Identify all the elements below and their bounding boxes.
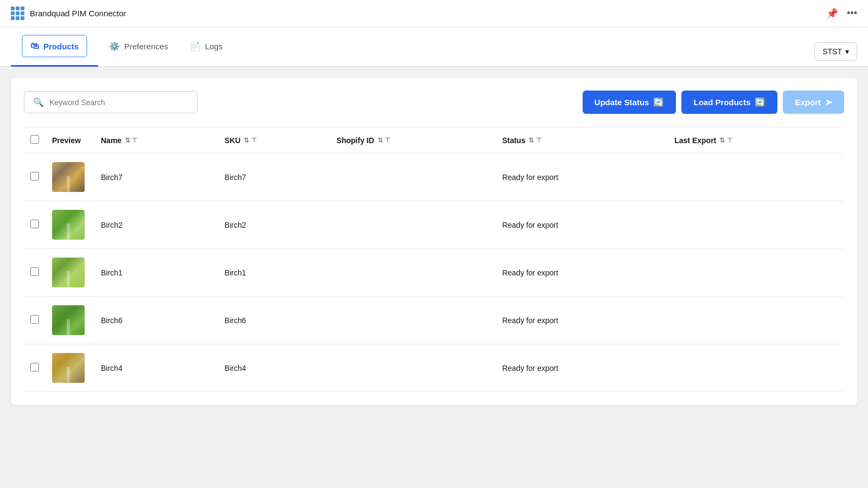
row-last-export xyxy=(668,201,844,249)
row-status: Ready for export xyxy=(496,249,668,297)
toolbar: 🔍 Update Status 🔄 Load Products 🔄 Export… xyxy=(24,91,844,114)
row-checkbox-cell xyxy=(24,297,46,344)
select-all-cell xyxy=(24,127,46,153)
update-status-button[interactable]: Update Status 🔄 xyxy=(583,91,676,114)
row-name: Birch6 xyxy=(94,297,218,344)
row-shopify-id xyxy=(330,344,495,392)
row-preview-cell xyxy=(46,297,94,344)
nav-tabs: 🛍 Products ⚙️ Preferences 📄 Logs xyxy=(11,27,233,66)
row-status: Ready for export xyxy=(496,201,668,249)
row-status: Ready for export xyxy=(496,297,668,344)
row-shopify-id xyxy=(330,201,495,249)
row-checkbox-cell xyxy=(24,201,46,249)
row-name: Birch4 xyxy=(94,344,218,392)
status-sort-filter[interactable]: ⇅ ⊤ xyxy=(528,137,541,144)
row-checkbox-cell xyxy=(24,249,46,297)
table-row: Birch4 Birch4 Ready for export xyxy=(24,344,844,392)
toolbar-buttons: Update Status 🔄 Load Products 🔄 Export ➤ xyxy=(583,91,844,114)
row-checkbox-2[interactable] xyxy=(30,267,39,276)
topbar-right: 📌 ••• xyxy=(826,8,857,20)
nav-bar: 🛍 Products ⚙️ Preferences 📄 Logs STST ▾ xyxy=(0,27,868,67)
row-checkbox-cell xyxy=(24,153,46,201)
tab-products[interactable]: 🛍 Products xyxy=(11,27,98,67)
row-checkbox-0[interactable] xyxy=(30,172,39,181)
topbar-left: Brandquad PIM Connector xyxy=(11,7,126,20)
app-title: Brandquad PIM Connector xyxy=(30,9,126,18)
row-checkbox-3[interactable] xyxy=(30,315,39,324)
row-preview-cell xyxy=(46,153,94,201)
logs-tab-label: Logs xyxy=(205,42,223,51)
row-last-export xyxy=(668,249,844,297)
row-last-export xyxy=(668,297,844,344)
table-row: Birch6 Birch6 Ready for export xyxy=(24,297,844,344)
chevron-down-icon: ▾ xyxy=(845,47,849,56)
col-header-sku[interactable]: SKU ⇅ ⊤ xyxy=(218,127,330,153)
app-grid-icon[interactable] xyxy=(11,7,24,20)
topbar: Brandquad PIM Connector 📌 ••• xyxy=(0,0,868,27)
row-shopify-id xyxy=(330,249,495,297)
row-sku: Birch2 xyxy=(218,201,330,249)
row-checkbox-4[interactable] xyxy=(30,363,39,371)
row-last-export xyxy=(668,344,844,392)
refresh-icon-update: 🔄 xyxy=(653,97,664,107)
product-thumbnail xyxy=(52,305,85,335)
row-shopify-id xyxy=(330,153,495,201)
preferences-tab-icon: ⚙️ xyxy=(109,41,120,52)
select-all-checkbox[interactable] xyxy=(30,135,39,144)
col-name-label: Name xyxy=(101,136,122,145)
export-button[interactable]: Export ➤ xyxy=(783,91,844,114)
tab-preferences[interactable]: ⚙️ Preferences xyxy=(98,27,179,67)
search-icon: 🔍 xyxy=(33,97,44,107)
products-tab-icon: 🛍 xyxy=(30,41,39,51)
product-thumbnail xyxy=(52,162,85,192)
product-thumbnail xyxy=(52,353,85,383)
preferences-tab-label: Preferences xyxy=(124,42,168,51)
row-name: Birch7 xyxy=(94,153,218,201)
col-header-last-export[interactable]: Last Export ⇅ ⊤ xyxy=(668,127,844,153)
row-name: Birch2 xyxy=(94,201,218,249)
search-box[interactable]: 🔍 xyxy=(24,91,197,113)
row-sku: Birch7 xyxy=(218,153,330,201)
load-products-button[interactable]: Load Products 🔄 xyxy=(681,91,777,114)
name-sort-filter[interactable]: ⇅ ⊤ xyxy=(125,137,137,144)
table-header-row: Preview Name ⇅ ⊤ SKU ⇅ ⊤ xyxy=(24,127,844,153)
product-thumbnail xyxy=(52,210,85,240)
row-sku: Birch1 xyxy=(218,249,330,297)
shopify-id-sort-filter[interactable]: ⇅ ⊤ xyxy=(378,137,390,144)
export-arrow-icon: ➤ xyxy=(825,97,832,107)
table-row: Birch7 Birch7 Ready for export xyxy=(24,153,844,201)
table-row: Birch2 Birch2 Ready for export xyxy=(24,201,844,249)
table-row: Birch1 Birch1 Ready for export xyxy=(24,249,844,297)
store-selector[interactable]: STST ▾ xyxy=(814,42,857,61)
update-status-label: Update Status xyxy=(595,98,649,107)
more-options-icon[interactable]: ••• xyxy=(847,8,857,19)
pin-icon[interactable]: 📌 xyxy=(826,8,838,20)
col-last-export-label: Last Export xyxy=(674,136,716,145)
products-table: Preview Name ⇅ ⊤ SKU ⇅ ⊤ xyxy=(24,127,844,392)
col-status-label: Status xyxy=(502,136,526,145)
sku-sort-filter[interactable]: ⇅ ⊤ xyxy=(244,137,256,144)
row-checkbox-1[interactable] xyxy=(30,220,39,228)
col-sku-label: SKU xyxy=(225,136,241,145)
export-label: Export xyxy=(795,98,821,107)
refresh-icon-load: 🔄 xyxy=(755,97,765,107)
row-preview-cell xyxy=(46,201,94,249)
col-header-status[interactable]: Status ⇅ ⊤ xyxy=(496,127,668,153)
content-card: 🔍 Update Status 🔄 Load Products 🔄 Export… xyxy=(11,78,857,405)
load-products-label: Load Products xyxy=(693,98,750,107)
row-sku: Birch4 xyxy=(218,344,330,392)
row-checkbox-cell xyxy=(24,344,46,392)
row-shopify-id xyxy=(330,297,495,344)
product-thumbnail xyxy=(52,258,85,287)
last-export-sort-filter[interactable]: ⇅ ⊤ xyxy=(719,137,732,144)
row-status: Ready for export xyxy=(496,344,668,392)
tab-logs[interactable]: 📄 Logs xyxy=(179,27,234,67)
row-name: Birch1 xyxy=(94,249,218,297)
row-sku: Birch6 xyxy=(218,297,330,344)
search-input[interactable] xyxy=(49,98,188,107)
row-preview-cell xyxy=(46,249,94,297)
col-header-shopify-id[interactable]: Shopify ID ⇅ ⊤ xyxy=(330,127,495,153)
col-header-name[interactable]: Name ⇅ ⊤ xyxy=(94,127,218,153)
store-value: STST xyxy=(822,47,842,56)
table-body: Birch7 Birch7 Ready for export Birch2 Bi… xyxy=(24,153,844,392)
